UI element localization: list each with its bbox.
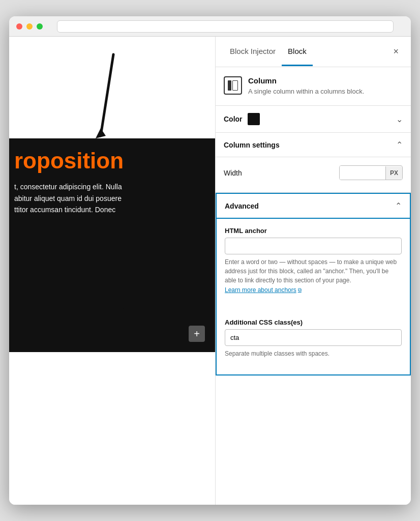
- block-info: Column A single column within a columns …: [216, 67, 411, 106]
- panel-header: Block Injector Block ×: [216, 37, 411, 67]
- editor-black-section: roposition t, consectetur adipiscing eli…: [9, 138, 215, 352]
- svg-marker-3: [113, 294, 134, 309]
- svg-line-0: [101, 54, 113, 136]
- column-settings-header[interactable]: Column settings ⌃: [216, 133, 411, 157]
- advanced-section-title: Advanced: [225, 202, 259, 210]
- advanced-section-header[interactable]: Advanced ⌃: [216, 193, 411, 219]
- arrow-down-big: [108, 199, 139, 311]
- width-input[interactable]: [340, 166, 385, 180]
- color-swatch: [248, 113, 260, 125]
- css-class-help: Separate multiple classes with spaces.: [225, 349, 402, 358]
- address-bar[interactable]: [57, 20, 394, 33]
- css-class-group: Additional CSS class(es) Separate multip…: [225, 319, 402, 358]
- column-icon: [228, 80, 238, 91]
- block-info-text: Column A single column within a columns …: [248, 76, 364, 96]
- external-link-icon: ⧉: [298, 287, 302, 293]
- advanced-section-content: HTML anchor Enter a word or two — withou…: [216, 219, 411, 310]
- editor-top-white: [9, 37, 215, 138]
- css-class-label: Additional CSS class(es): [225, 319, 402, 326]
- width-label: Width: [224, 169, 242, 177]
- traffic-light-yellow[interactable]: [26, 23, 33, 30]
- advanced-chevron-icon: ⌃: [395, 201, 402, 211]
- tab-block-injector[interactable]: Block Injector: [224, 38, 282, 66]
- advanced-bottom: Additional CSS class(es) Separate multip…: [216, 310, 411, 375]
- arrow-diagonal-down: [93, 52, 124, 143]
- color-section-title: Color: [224, 115, 243, 123]
- color-chevron-icon: ⌄: [396, 114, 403, 124]
- add-block-button[interactable]: +: [189, 326, 205, 342]
- editor-area: roposition t, consectetur adipiscing eli…: [9, 37, 215, 505]
- traffic-light-green[interactable]: [37, 23, 43, 30]
- html-anchor-input[interactable]: [225, 238, 402, 254]
- column-settings-content: Width PX: [216, 157, 411, 193]
- html-anchor-help: Enter a word or two — without spaces — t…: [225, 257, 402, 285]
- column-settings-title: Column settings: [224, 141, 280, 149]
- learn-more-anchors-link[interactable]: Learn more about anchors ⧉: [225, 286, 302, 294]
- column-settings-chevron-icon: ⌃: [396, 140, 403, 150]
- tab-block[interactable]: Block: [282, 38, 313, 66]
- close-button[interactable]: ×: [389, 44, 403, 59]
- css-class-input[interactable]: [225, 329, 402, 346]
- width-input-group: PX: [339, 165, 403, 180]
- browser-window: roposition t, consectetur adipiscing eli…: [9, 16, 411, 505]
- block-title: Column: [248, 76, 364, 85]
- width-unit: PX: [385, 166, 402, 180]
- html-anchor-label: HTML anchor: [225, 227, 402, 235]
- editor-orange-heading: roposition: [14, 149, 205, 173]
- block-description: A single column within a columns block.: [248, 87, 364, 96]
- color-section-left: Color: [224, 113, 260, 125]
- svg-marker-1: [96, 128, 106, 138]
- browser-titlebar: [9, 16, 411, 37]
- block-panel: Block Injector Block × Column A single c…: [215, 37, 411, 505]
- html-anchor-group: HTML anchor Enter a word or two — withou…: [225, 227, 402, 294]
- traffic-light-red[interactable]: [16, 23, 22, 30]
- width-field-row: Width PX: [224, 165, 403, 180]
- block-icon: [224, 76, 242, 95]
- color-section-header[interactable]: Color ⌄: [216, 106, 411, 133]
- browser-content: roposition t, consectetur adipiscing eli…: [9, 37, 411, 505]
